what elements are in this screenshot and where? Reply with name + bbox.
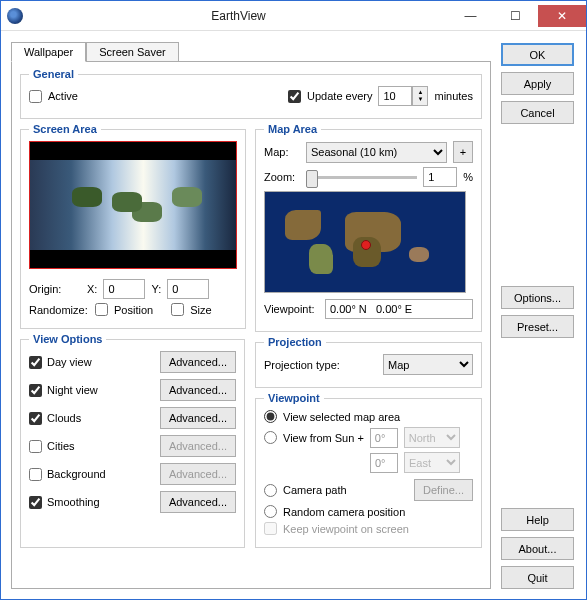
define-button: Define... <box>414 479 473 501</box>
zoom-slider[interactable] <box>306 176 417 179</box>
update-interval-spinner[interactable]: ▲▼ <box>378 86 428 106</box>
titlebar: EarthView — ☐ ✕ <box>1 1 586 31</box>
apply-button[interactable]: Apply <box>501 72 574 95</box>
lon-dir-select: East <box>404 452 460 473</box>
night-view-advanced-button[interactable]: Advanced... <box>160 379 236 401</box>
map-preview[interactable] <box>264 191 466 293</box>
map-marker-icon <box>361 240 371 250</box>
camera-path-radio[interactable] <box>264 484 277 497</box>
x-label: X: <box>87 283 97 295</box>
options-button[interactable]: Options... <box>501 286 574 309</box>
viewpoint-legend: Viewpoint <box>264 392 324 404</box>
y-label: Y: <box>151 283 161 295</box>
background-advanced-button: Advanced... <box>160 463 236 485</box>
active-checkbox[interactable] <box>29 90 42 103</box>
randomize-size-checkbox[interactable] <box>171 303 184 316</box>
cities-advanced-button: Advanced... <box>160 435 236 457</box>
tab-screensaver[interactable]: Screen Saver <box>86 42 179 62</box>
projection-type-label: Projection type: <box>264 359 377 371</box>
smoothing-advanced-button[interactable]: Advanced... <box>160 491 236 513</box>
tab-wallpaper[interactable]: Wallpaper <box>11 42 86 62</box>
zoom-unit: % <box>463 171 473 183</box>
origin-label: Origin: <box>29 283 81 295</box>
view-options-legend: View Options <box>29 333 106 345</box>
lat-input <box>370 428 398 448</box>
maximize-button[interactable]: ☐ <box>493 5 538 27</box>
keep-viewpoint-checkbox <box>264 522 277 535</box>
screen-area-legend: Screen Area <box>29 123 101 135</box>
cancel-button[interactable]: Cancel <box>501 101 574 124</box>
zoom-label: Zoom: <box>264 171 300 183</box>
active-label: Active <box>48 90 78 102</box>
view-selected-map-radio[interactable] <box>264 410 277 423</box>
projection-legend: Projection <box>264 336 326 348</box>
background-label: Background <box>47 468 106 480</box>
update-every-checkbox[interactable] <box>288 90 301 103</box>
update-every-label: Update every <box>307 90 372 102</box>
cities-checkbox[interactable] <box>29 440 42 453</box>
quit-button[interactable]: Quit <box>501 566 574 589</box>
clouds-label: Clouds <box>47 412 81 424</box>
lon-input <box>370 453 398 473</box>
zoom-input[interactable] <box>423 167 457 187</box>
day-view-advanced-button[interactable]: Advanced... <box>160 351 236 373</box>
screen-preview[interactable] <box>29 141 237 269</box>
preset-button[interactable]: Preset... <box>501 315 574 338</box>
ok-button[interactable]: OK <box>501 43 574 66</box>
random-camera-label: Random camera position <box>283 506 405 518</box>
keep-viewpoint-label: Keep viewpoint on screen <box>283 523 409 535</box>
smoothing-checkbox[interactable] <box>29 496 42 509</box>
viewpoint-coords[interactable] <box>325 299 473 319</box>
map-area-legend: Map Area <box>264 123 321 135</box>
view-from-sun-label: View from Sun + <box>283 432 364 444</box>
minutes-label: minutes <box>434 90 473 102</box>
map-add-button[interactable]: + <box>453 141 473 163</box>
about-button[interactable]: About... <box>501 537 574 560</box>
clouds-checkbox[interactable] <box>29 412 42 425</box>
random-camera-radio[interactable] <box>264 505 277 518</box>
window-title: EarthView <box>29 9 448 23</box>
map-label: Map: <box>264 146 300 158</box>
night-view-label: Night view <box>47 384 98 396</box>
close-button[interactable]: ✕ <box>538 5 586 27</box>
help-button[interactable]: Help <box>501 508 574 531</box>
origin-x-input[interactable] <box>103 279 145 299</box>
smoothing-label: Smoothing <box>47 496 100 508</box>
background-checkbox[interactable] <box>29 468 42 481</box>
map-select[interactable]: Seasonal (10 km) <box>306 142 447 163</box>
camera-path-label: Camera path <box>283 484 347 496</box>
general-legend: General <box>29 68 78 80</box>
randomize-position-checkbox[interactable] <box>95 303 108 316</box>
view-from-sun-radio[interactable] <box>264 431 277 444</box>
lat-dir-select: North <box>404 427 460 448</box>
minimize-button[interactable]: — <box>448 5 493 27</box>
projection-select[interactable]: Map <box>383 354 473 375</box>
day-view-label: Day view <box>47 356 92 368</box>
origin-y-input[interactable] <box>167 279 209 299</box>
randomize-label: Randomize: <box>29 304 89 316</box>
day-view-checkbox[interactable] <box>29 356 42 369</box>
app-icon <box>7 8 23 24</box>
spinner-buttons[interactable]: ▲▼ <box>412 86 428 106</box>
randomize-position-label: Position <box>114 304 153 316</box>
viewpoint-label: Viewpoint: <box>264 303 319 315</box>
randomize-size-label: Size <box>190 304 211 316</box>
clouds-advanced-button[interactable]: Advanced... <box>160 407 236 429</box>
night-view-checkbox[interactable] <box>29 384 42 397</box>
cities-label: Cities <box>47 440 75 452</box>
view-selected-map-label: View selected map area <box>283 411 400 423</box>
update-interval-input[interactable] <box>378 86 412 106</box>
